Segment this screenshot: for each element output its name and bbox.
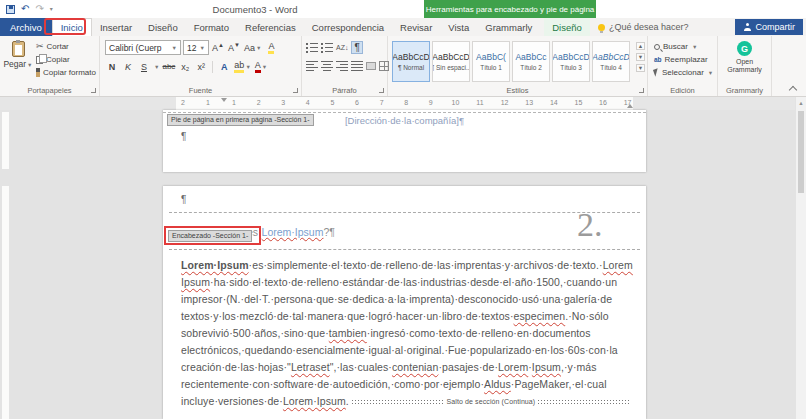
clear-formatting-button[interactable]: A	[264, 40, 278, 55]
customize-qat-icon[interactable]: ▾	[50, 6, 53, 12]
grammarly-icon[interactable]: G	[737, 41, 752, 56]
body-text-run[interactable]: impresor·(N.·del·T.·persona·que·se·dedic…	[181, 293, 612, 305]
cut-button[interactable]: ✂ Cortar	[36, 42, 96, 51]
body-text-run[interactable]: Lorem·Ipsum	[181, 259, 249, 271]
styles-dialog-launcher-icon[interactable]	[639, 88, 644, 93]
body-line[interactable]: impresor·(N.·del·T.·persona·que·se·dedic…	[181, 291, 633, 308]
redo-icon[interactable]: ↷	[35, 4, 43, 14]
style--sin-espaci-[interactable]: AaBbCcD¶ Sin espaci...	[432, 41, 470, 82]
body-text-run[interactable]: ·PageMaker,·el·cual	[511, 378, 607, 390]
body-text-run[interactable]: Aldus	[484, 378, 511, 390]
tab-formato[interactable]: Formato	[186, 18, 237, 36]
replace-button[interactable]: ab Reemplazar	[654, 55, 717, 64]
chevron-down-icon[interactable]: ▼	[154, 64, 159, 70]
body-text-run[interactable]: sobrevivió·500·años,·sino·que·	[181, 327, 329, 339]
format-painter-button[interactable]: Copiar formato	[36, 68, 96, 77]
style--normal[interactable]: AaBbCcD¶ Normal	[392, 41, 430, 82]
sort-button[interactable]: AZ↓	[336, 41, 348, 54]
highlight-button[interactable]: ab▼	[233, 59, 251, 74]
clipboard-dialog-launcher-icon[interactable]	[91, 88, 96, 93]
body-text-run[interactable]: especimen	[514, 310, 566, 322]
font-size-select[interactable]: 12▼	[183, 40, 209, 55]
body-line[interactable]: electrónicos,·quedando·esencialmente·igu…	[181, 342, 633, 359]
body-text-run[interactable]: textos·y·los·mezcló·de·tal·manera·que·lo…	[181, 310, 514, 322]
tell-me[interactable]: ¿Qué desea hacer?	[598, 18, 689, 36]
body-text-run[interactable]: Lorem	[603, 259, 633, 271]
paragraph-dialog-launcher-icon[interactable]	[379, 88, 384, 93]
body-text-run[interactable]: Lorem·Ipsum	[283, 393, 346, 410]
strikethrough-button[interactable]: abc	[161, 59, 176, 74]
tab-correspondencia[interactable]: Correspondencia	[304, 18, 392, 36]
style-título-2[interactable]: AaBbCcTítulo 2	[512, 41, 550, 82]
body-text-run[interactable]: Ipsum	[532, 361, 561, 373]
bullets-button[interactable]	[306, 41, 318, 54]
style-título-3[interactable]: AaBbCcDTítulo 3	[552, 41, 590, 82]
body-text-run[interactable]: tambien	[329, 327, 367, 339]
page-1[interactable]: Pie de página en primera página -Sección…	[163, 110, 646, 172]
superscript-button[interactable]: x²	[194, 59, 208, 74]
underline-button[interactable]: S	[137, 59, 151, 74]
body-text-run[interactable]: creación·de·las·hojas·"	[181, 361, 291, 373]
subscript-button[interactable]: x₂	[178, 59, 192, 74]
shading-button[interactable]	[366, 59, 376, 72]
tab-revisar[interactable]: Revisar	[392, 18, 440, 36]
body-text-run[interactable]: ·ha·sido·el·texto·de·relleno·estándar·de…	[210, 276, 617, 288]
body-line[interactable]: incluye·versiones·de·Lorem·Ipsum.Salto d…	[181, 393, 633, 410]
gallery-more-icon[interactable]: ▼	[636, 64, 645, 72]
undo-icon[interactable]: ↶	[21, 4, 29, 14]
share-button[interactable]: Compartir	[735, 19, 803, 35]
body-text-run[interactable]: .·No·sólo	[565, 310, 609, 322]
font-name-select[interactable]: Calibri (Cuerp▼	[105, 40, 181, 55]
first-line-indent-marker[interactable]	[221, 98, 227, 102]
body-line[interactable]: sobrevivió·500·años,·sino·que·tambien·in…	[181, 325, 633, 342]
tab-archivo[interactable]: Archivo	[0, 18, 52, 36]
body-text-run[interactable]: ",·las·cuales·	[330, 361, 392, 373]
body-line[interactable]: Lorem·Ipsum·es·simplemente·el·texto·de·r…	[181, 257, 633, 274]
body-line[interactable]: Ipsum·ha·sido·el·texto·de·relleno·estánd…	[181, 274, 633, 291]
font-color-button[interactable]: A▼	[254, 59, 268, 74]
find-button[interactable]: Buscar▼	[654, 42, 717, 51]
body-text-run[interactable]: electrónicos,·quedando·esencialmente·igu…	[181, 344, 618, 356]
right-indent-marker[interactable]	[627, 104, 633, 108]
body-text-run[interactable]: .	[346, 393, 349, 410]
body-text[interactable]: Lorem·Ipsum·es·simplemente·el·texto·de·r…	[181, 257, 633, 410]
align-center-button[interactable]	[321, 59, 333, 72]
numbering-button[interactable]	[321, 41, 333, 54]
scrollbar-thumb[interactable]	[798, 111, 804, 193]
tab-diseño[interactable]: Diseño	[140, 18, 186, 36]
font-dialog-launcher-icon[interactable]	[293, 88, 298, 93]
collapse-ribbon-icon[interactable]	[789, 86, 797, 94]
show-marks-button[interactable]: ¶	[351, 41, 362, 54]
style-título-4[interactable]: AaBbCcDTítulo 4	[592, 41, 630, 82]
body-text-run[interactable]: contenian	[392, 361, 438, 373]
select-button[interactable]: Seleccionar▼	[654, 68, 717, 77]
tab-grammarly[interactable]: Grammarly	[477, 18, 540, 36]
body-text-run[interactable]: ,·y·más	[561, 361, 597, 373]
body-text-run[interactable]: ·ingresó·como·texto·de·relleno·en·docume…	[367, 327, 591, 339]
align-right-button[interactable]	[336, 59, 348, 72]
gallery-up-icon[interactable]: ▲	[636, 42, 645, 50]
tab-referencias[interactable]: Referencias	[237, 18, 304, 36]
bold-button[interactable]: N	[105, 59, 119, 74]
style-título-1[interactable]: AaBbC(Título 1	[472, 41, 510, 82]
ruler[interactable]: 211234567891011121314151617	[0, 97, 806, 110]
grow-font-button[interactable]: A▲	[211, 40, 225, 55]
shrink-font-button[interactable]: A▼	[227, 40, 241, 55]
align-left-button[interactable]	[306, 59, 318, 72]
tab-insertar[interactable]: Insertar	[92, 18, 140, 36]
tab-diseno-contextual[interactable]: Diseño	[544, 18, 590, 36]
body-text-run[interactable]: incluye·versiones·de·	[181, 393, 283, 410]
change-case-button[interactable]: Aa▼	[243, 40, 262, 55]
scroll-up-icon[interactable]: ▲	[796, 100, 806, 106]
save-icon[interactable]	[6, 5, 15, 14]
body-line[interactable]: creación·de·las·hojas·"Letraset",·las·cu…	[181, 359, 633, 376]
body-text-run[interactable]: Ipsum	[181, 276, 210, 288]
tab-inicio[interactable]: Inicio	[52, 18, 92, 36]
body-line[interactable]: recientemente·con·software·de·autoedició…	[181, 376, 633, 393]
body-text-run[interactable]: ·pasajes·de·	[438, 361, 498, 373]
copy-button[interactable]: Copiar	[36, 55, 96, 64]
header-text[interactable]: es·Lorem·Ipsum?¶	[247, 226, 335, 238]
italic-button[interactable]: K	[121, 59, 135, 74]
body-line[interactable]: textos·y·los·mezcló·de·tal·manera·que·lo…	[181, 308, 633, 325]
gallery-down-icon[interactable]: ▼	[636, 53, 645, 61]
